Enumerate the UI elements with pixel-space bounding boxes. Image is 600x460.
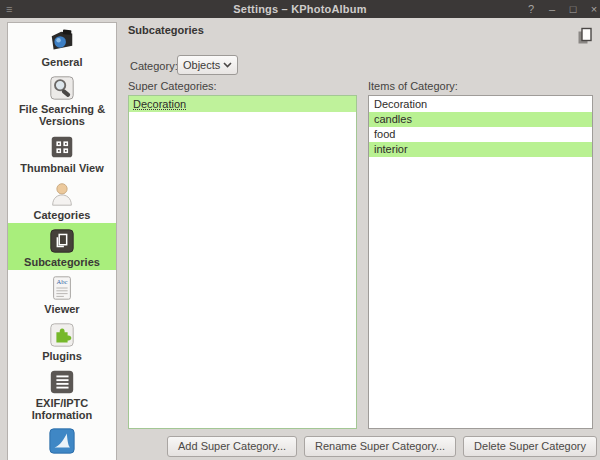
sidebar-item-label: EXIF/IPTC Information: [10, 397, 114, 421]
stacked-pages-icon: [48, 227, 76, 255]
page-title: Subcategories: [128, 24, 204, 36]
sidebar-item-subcategories[interactable]: Subcategories: [8, 223, 116, 270]
window-title: Settings – KPhotoAlbum: [0, 3, 600, 15]
sidebar-item-viewer[interactable]: Abc Viewer: [8, 270, 116, 317]
sidebar-item-thumbnail-view[interactable]: Thumbnail View: [8, 129, 116, 176]
blue-fin-icon: [48, 427, 76, 455]
items-of-category-label: Items of Category:: [368, 80, 458, 92]
sidebar-item-label: Thumbnail View: [20, 162, 104, 174]
list-lines-icon: [48, 368, 76, 396]
sidebar-item-exif-iptc[interactable]: EXIF/IPTC Information: [8, 364, 116, 423]
settings-sidebar: General File Searching & Versions Thumbn…: [7, 22, 117, 460]
maximize-button[interactable]: □: [567, 0, 579, 18]
list-item-label: food: [374, 128, 395, 140]
minimize-button[interactable]: –: [546, 0, 558, 18]
button-row: Add Super Category... Rename Super Categ…: [128, 436, 597, 457]
list-item-candles[interactable]: candles: [369, 112, 592, 127]
abc-document-icon: Abc: [48, 274, 76, 302]
thumbnail-grid-icon: [48, 133, 76, 161]
super-categories-list[interactable]: Decoration: [128, 95, 357, 429]
sidebar-item-database[interactable]: [8, 423, 116, 458]
sidebar-item-label: Viewer: [44, 303, 79, 315]
list-item-label: interior: [374, 143, 408, 155]
sidebar-item-plugins[interactable]: Plugins: [8, 317, 116, 364]
puzzle-icon: [48, 321, 76, 349]
person-icon: [48, 180, 76, 208]
sidebar-item-label: General: [42, 56, 83, 68]
sidebar-item-file-searching[interactable]: File Searching & Versions: [8, 70, 116, 129]
chevron-down-icon: [223, 62, 232, 68]
help-button[interactable]: ?: [525, 0, 537, 18]
delete-super-category-button[interactable]: Delete Super Category: [463, 436, 597, 457]
category-label: Category:: [130, 60, 178, 72]
sidebar-item-general[interactable]: General: [8, 23, 116, 70]
items-of-category-list[interactable]: Decoration candles food interior: [368, 95, 593, 429]
list-item-food[interactable]: food: [369, 127, 592, 142]
sidebar-item-label: Categories: [34, 209, 91, 221]
list-item-label: Decoration: [374, 98, 427, 110]
search-icon: [48, 74, 76, 102]
stacked-pages-outline-icon[interactable]: [577, 27, 593, 45]
add-super-category-button[interactable]: Add Super Category...: [167, 436, 297, 457]
sidebar-item-categories[interactable]: Categories: [8, 176, 116, 223]
close-button[interactable]: ×: [588, 0, 600, 18]
list-item-interior[interactable]: interior: [369, 142, 592, 157]
super-categories-label: Super Categories:: [128, 80, 217, 92]
list-item-label: candles: [374, 113, 412, 125]
category-dropdown[interactable]: Objects: [177, 55, 238, 75]
sidebar-item-label: Plugins: [42, 350, 82, 362]
list-item-label: Decoration: [133, 98, 186, 110]
camera-icon: [48, 27, 76, 55]
list-item-decoration[interactable]: Decoration: [369, 97, 592, 112]
rename-super-category-button[interactable]: Rename Super Category...: [304, 436, 456, 457]
svg-text:Abc: Abc: [57, 278, 68, 285]
list-item-decoration[interactable]: Decoration: [129, 96, 356, 112]
sidebar-item-label: Subcategories: [24, 256, 100, 268]
category-dropdown-value: Objects: [183, 59, 223, 71]
sidebar-item-label: File Searching & Versions: [10, 103, 114, 127]
titlebar[interactable]: ≡ Settings – KPhotoAlbum ? – □ ×: [0, 0, 600, 18]
settings-window: ≡ Settings – KPhotoAlbum ? – □ × General: [0, 0, 600, 460]
